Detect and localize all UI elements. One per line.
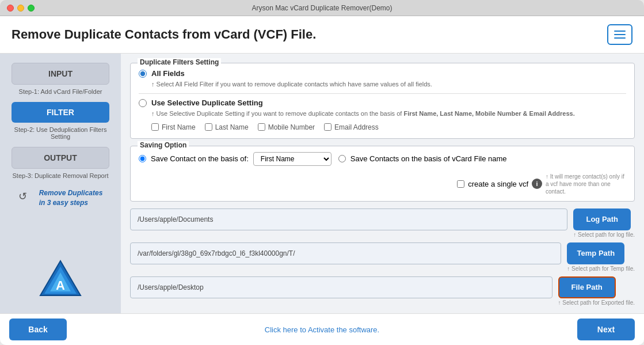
activate-link[interactable]: Click here to Activate the software. (265, 325, 379, 334)
filters-legend: Duplicate Filters Setting (138, 58, 221, 66)
main-content: Remove Duplicate Contacts from vCard (VC… (0, 16, 644, 345)
selective-hint: ↑ Use Selective Duplicate Setting if you… (151, 109, 626, 118)
file-path-note: ↑ Select path for Exported file. (558, 299, 635, 306)
selective-row: Use Selective Duplicate Setting (139, 98, 626, 107)
page-title: Remove Duplicate Contacts from vCard (VC… (12, 27, 316, 42)
logo-area: A (37, 252, 83, 304)
single-vcf-label: create a single vcf (468, 180, 528, 188)
app-header: Remove Duplicate Contacts from vCard (VC… (0, 16, 644, 54)
temp-path-note: ↑ Select path for Temp file. (567, 266, 635, 272)
paths-section: /Users/apple/Documents Log Path ↑ Select… (130, 208, 635, 306)
sidebar-input-button[interactable]: INPUT (12, 63, 109, 85)
save-basis-radio[interactable] (139, 155, 146, 162)
log-path-input[interactable]: /Users/apple/Documents (130, 208, 567, 230)
file-path-input[interactable]: /Users/apple/Desktop (130, 276, 552, 298)
save-basis-label: Save Contact on the basis of: (151, 154, 249, 163)
remove-dup-area: ↺ Remove Duplicates in 3 easy steps (18, 188, 103, 208)
svg-text:A: A (56, 278, 65, 293)
log-path-note: ↑ Select path for log file. (573, 232, 635, 238)
window-title: Aryson Mac vCard Duplicate Remover(Demo) (251, 4, 392, 12)
traffic-lights (7, 5, 35, 12)
sidebar-input-step: Step-1: Add vCard File/Folder (12, 88, 109, 95)
first-name-checkbox-item[interactable]: First Name (151, 123, 196, 131)
menu-button[interactable] (607, 24, 632, 45)
filter-checkboxes: First Name Last Name Mobile Number (151, 123, 626, 131)
single-vcf-area: create a single vcf i ↑ It will merge co… (457, 173, 626, 195)
file-path-section: /Users/apple/Desktop File Path ↑ Select … (130, 276, 635, 306)
file-path-button[interactable]: File Path (558, 276, 616, 298)
info-button[interactable]: i (532, 179, 542, 189)
email-checkbox-item[interactable]: Email Address (324, 123, 379, 131)
filter-divider (139, 93, 626, 94)
saving-panel: Saving Option Save Contact on the basis … (130, 146, 635, 202)
close-button[interactable] (7, 5, 14, 12)
sidebar: INPUT Step-1: Add vCard File/Folder FILT… (0, 54, 121, 313)
title-bar: Aryson Mac vCard Duplicate Remover(Demo) (0, 0, 644, 16)
all-fields-hint: ↑ Select All Field Filter if you want to… (151, 80, 626, 89)
temp-path-input[interactable]: /var/folders/gl/38g0_69x7rbdgc0_l6_f3kl4… (130, 242, 561, 264)
menu-line2 (614, 34, 626, 35)
file-btn-col: File Path ↑ Select path for Exported fil… (558, 276, 635, 306)
saving-legend: Saving Option (138, 141, 189, 149)
back-button[interactable]: Back (9, 319, 67, 340)
log-path-button[interactable]: Log Path (573, 208, 631, 230)
sidebar-output-step: Step-3: Duplicate Removal Report (12, 172, 109, 179)
filters-panel: Duplicate Filters Setting All Fields ↑ S… (130, 63, 635, 139)
save-filename-radio[interactable] (338, 155, 346, 162)
log-btn-col: Log Path ↑ Select path for log file. (573, 208, 635, 238)
maximize-button[interactable] (28, 5, 35, 12)
app-logo: A (37, 258, 83, 304)
sidebar-filter-button[interactable]: FILTER (12, 102, 109, 123)
menu-line3 (614, 37, 626, 39)
last-name-checkbox-item[interactable]: Last Name (205, 123, 249, 131)
remove-dup-text: Remove Duplicates in 3 easy steps (39, 188, 103, 208)
log-path-section: /Users/apple/Documents Log Path ↑ Select… (130, 208, 635, 238)
temp-path-section: /var/folders/gl/38g0_69x7rbdgc0_l6_f3kl4… (130, 242, 635, 272)
saving-right: Save Contacts on the basis of vCard File… (338, 154, 507, 163)
all-fields-radio[interactable] (139, 70, 147, 78)
save-basis-select[interactable]: First Name Last Name Mobile Number Email… (253, 152, 331, 166)
selective-radio[interactable] (139, 99, 147, 107)
all-fields-row: All Fields (139, 69, 626, 78)
body-area: INPUT Step-1: Add vCard File/Folder FILT… (0, 54, 644, 313)
app-window: Aryson Mac vCard Duplicate Remover(Demo)… (0, 0, 644, 345)
refresh-icon: ↺ (18, 190, 35, 206)
single-vcf-note: ↑ It will merge contact(s) only if a vcf… (546, 173, 626, 195)
first-name-checkbox[interactable] (151, 123, 159, 131)
sidebar-output-button[interactable]: OUTPUT (12, 147, 109, 169)
content-area: Duplicate Filters Setting All Fields ↑ S… (121, 54, 644, 313)
last-name-checkbox[interactable] (205, 123, 212, 131)
bottom-bar: Back Click here to Activate the software… (0, 313, 644, 345)
minimize-button[interactable] (17, 5, 24, 12)
email-checkbox[interactable] (324, 123, 331, 131)
saving-row: Save Contact on the basis of: First Name… (139, 152, 626, 195)
next-button[interactable]: Next (577, 319, 635, 340)
all-fields-label: All Fields (151, 69, 185, 78)
save-filename-label: Save Contacts on the basis of vCard File… (350, 154, 507, 163)
sidebar-filter-step: Step-2: Use Deduplication Filters Settin… (12, 126, 109, 140)
temp-path-button[interactable]: Temp Path (567, 242, 624, 264)
menu-line1 (614, 31, 626, 32)
single-vcf-checkbox[interactable] (457, 180, 464, 188)
selective-label: Use Selective Duplicate Setting (151, 98, 263, 107)
mobile-checkbox[interactable] (258, 123, 265, 131)
mobile-checkbox-item[interactable]: Mobile Number (258, 123, 315, 131)
temp-btn-col: Temp Path ↑ Select path for Temp file. (567, 242, 635, 272)
saving-left: Save Contact on the basis of: First Name… (139, 152, 331, 166)
